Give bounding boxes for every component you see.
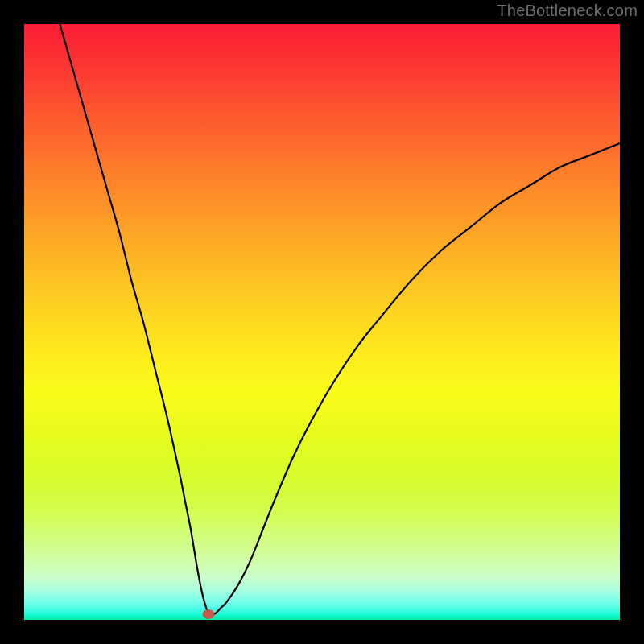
- watermark-text: TheBottleneck.com: [497, 2, 638, 20]
- plot-area: [24, 24, 620, 620]
- chart-frame: TheBottleneck.com: [0, 0, 644, 644]
- minimum-point-marker: [203, 609, 215, 619]
- bottleneck-curve: [24, 24, 620, 620]
